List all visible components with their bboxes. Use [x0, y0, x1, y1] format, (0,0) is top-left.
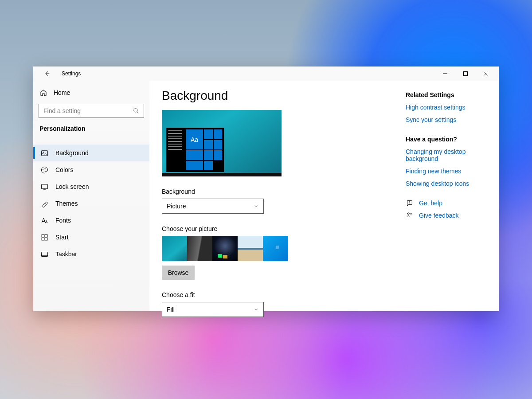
palette-icon: [40, 166, 48, 174]
background-preview: Aa: [162, 110, 282, 176]
main-content: Background Aa Background Picture: [162, 89, 392, 311]
preview-startmenu: Aa: [166, 128, 224, 172]
browse-button[interactable]: Browse: [162, 266, 195, 280]
svg-text:?: ?: [408, 201, 410, 204]
sidebar-item-background[interactable]: Background: [33, 145, 149, 161]
page-title: Background: [162, 89, 392, 103]
get-help-link[interactable]: ? Get help: [406, 200, 481, 207]
sidebar-home-label: Home: [54, 89, 70, 96]
svg-rect-0: [464, 72, 468, 76]
minimize-button[interactable]: [435, 66, 455, 81]
chevron-down-icon: [254, 307, 259, 312]
svg-rect-2: [41, 150, 47, 155]
svg-rect-9: [45, 235, 47, 237]
link-high-contrast[interactable]: High contrast settings: [406, 104, 481, 111]
svg-rect-10: [42, 238, 44, 240]
search-input[interactable]: Find a setting: [39, 104, 144, 118]
fonts-icon: [40, 216, 48, 224]
sidebar-item-start[interactable]: Start: [33, 229, 149, 246]
sidebar-item-taskbar[interactable]: Taskbar: [33, 246, 149, 262]
sidebar-item-label: Colors: [55, 166, 73, 173]
chevron-down-icon: [254, 203, 259, 209]
titlebar: Settings: [33, 66, 499, 81]
feedback-icon: [406, 212, 414, 219]
svg-rect-11: [45, 238, 47, 240]
background-dropdown[interactable]: Picture: [162, 199, 264, 214]
search-icon: [133, 108, 139, 114]
themes-icon: [40, 200, 48, 207]
sidebar-item-label: Themes: [55, 200, 78, 207]
window-controls: [435, 66, 496, 81]
minimize-icon: [443, 71, 447, 76]
background-dropdown-label: Background: [162, 188, 392, 195]
aside-panel: Related Settings High contrast settings …: [392, 89, 499, 311]
svg-rect-7: [41, 184, 47, 188]
give-feedback-label: Give feedback: [419, 212, 459, 219]
link-changing-background[interactable]: Changing my desktop background: [406, 148, 481, 162]
svg-point-5: [43, 168, 44, 168]
sidebar-item-label: Taskbar: [55, 250, 77, 258]
svg-point-6: [45, 168, 46, 169]
svg-point-4: [43, 169, 43, 170]
picture-thumbnails: [162, 236, 392, 261]
give-feedback-link[interactable]: Give feedback: [406, 212, 481, 219]
maximize-icon: [463, 71, 468, 76]
sidebar-item-lockscreen[interactable]: Lock screen: [33, 178, 149, 195]
related-settings-heading: Related Settings: [406, 91, 481, 98]
maximize-button[interactable]: [455, 66, 476, 81]
svg-point-3: [43, 152, 43, 153]
picture-thumbnail[interactable]: [162, 236, 187, 261]
sidebar-item-label: Start: [55, 234, 69, 241]
settings-window: Settings Home Find a setting: [33, 66, 499, 311]
svg-point-14: [407, 213, 409, 215]
picture-thumbnail[interactable]: [187, 236, 212, 261]
sidebar-item-colors[interactable]: Colors: [33, 161, 149, 178]
start-icon: [40, 233, 48, 241]
have-question-heading: Have a question?: [406, 136, 481, 143]
picture-icon: [40, 149, 48, 157]
background-dropdown-value: Picture: [167, 203, 186, 210]
fit-dropdown-value: Fill: [167, 306, 175, 313]
sidebar-item-fonts[interactable]: Fonts: [33, 212, 149, 229]
link-sync-settings[interactable]: Sync your settings: [406, 116, 481, 123]
get-help-label: Get help: [419, 200, 442, 207]
sidebar-item-label: Fonts: [55, 217, 71, 224]
choose-fit-label: Choose a fit: [162, 291, 392, 298]
fit-dropdown[interactable]: Fill: [162, 302, 264, 317]
link-showing-icons[interactable]: Showing desktop icons: [406, 180, 481, 187]
svg-rect-8: [42, 235, 44, 237]
sidebar-home[interactable]: Home: [33, 85, 149, 100]
back-arrow-icon: [44, 70, 50, 77]
close-icon: [484, 71, 488, 76]
preview-taskbar: [162, 173, 282, 176]
svg-point-1: [134, 109, 137, 112]
search-placeholder: Find a setting: [43, 107, 133, 114]
help-icon: ?: [406, 200, 414, 207]
sidebar-item-label: Background: [55, 149, 89, 156]
sidebar: Home Find a setting Personalization Back…: [33, 81, 149, 311]
back-button[interactable]: [40, 67, 54, 80]
picture-thumbnail[interactable]: [238, 236, 263, 261]
taskbar-icon: [40, 250, 48, 258]
lockscreen-icon: [40, 183, 48, 191]
preview-sample-text: Aa: [186, 129, 203, 149]
picture-thumbnail[interactable]: [263, 236, 288, 261]
sidebar-category: Personalization: [33, 120, 149, 137]
sidebar-item-label: Lock screen: [55, 183, 89, 190]
home-icon: [39, 89, 47, 97]
picture-thumbnail[interactable]: [212, 236, 238, 261]
link-finding-themes[interactable]: Finding new themes: [406, 168, 481, 175]
sidebar-nav: Background Colors Lock screen Themes Fon…: [33, 145, 149, 262]
choose-picture-label: Choose your picture: [162, 225, 392, 232]
close-button[interactable]: [476, 66, 496, 81]
window-title: Settings: [62, 70, 81, 77]
sidebar-item-themes[interactable]: Themes: [33, 195, 149, 212]
